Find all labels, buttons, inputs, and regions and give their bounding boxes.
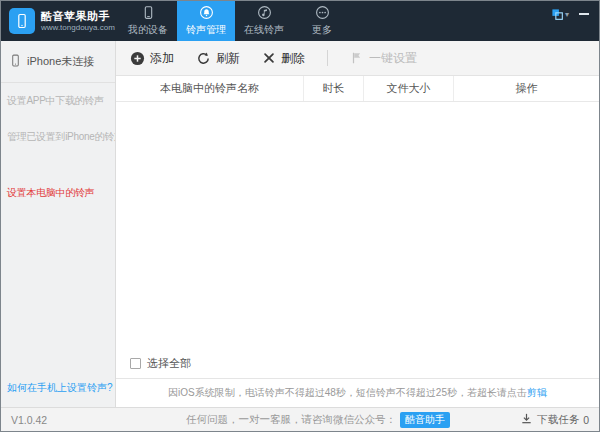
column-ringtone-name: 本电脑中的铃声名称	[116, 76, 304, 101]
app-brand: 酷音苹果助手 www.tongdouya.com	[1, 1, 119, 41]
skin-menu-button[interactable]: ▾	[551, 8, 569, 21]
chevron-down-icon: ▾	[565, 11, 569, 19]
select-all-label: 选择全部	[147, 356, 191, 371]
connection-status: iPhone未连接	[1, 41, 115, 83]
column-duration: 时长	[304, 76, 364, 101]
download-tasks-count: 0	[583, 414, 589, 426]
tab-label: 在线铃声	[244, 23, 284, 37]
window-controls: ▾	[551, 1, 599, 41]
one-click-setup-button[interactable]: 一键设置	[350, 50, 417, 67]
table-header: 本电脑中的铃声名称 时长 文件大小 操作	[116, 76, 599, 102]
download-tasks-button[interactable]: 下载任务 0	[520, 412, 589, 427]
add-button[interactable]: 添加	[130, 50, 174, 67]
more-circle-icon	[315, 5, 330, 20]
content-panel: 添加 刷新 删除	[116, 41, 599, 407]
skin-icon	[551, 8, 564, 21]
connection-status-label: iPhone未连接	[27, 54, 94, 69]
app-title: 酷音苹果助手	[41, 10, 115, 23]
support-message: 任何问题，一对一客服，请咨询微信公众号： 酷音助手	[116, 412, 520, 428]
refresh-icon	[196, 51, 211, 66]
select-all-checkbox[interactable]	[130, 358, 141, 369]
minimize-icon	[579, 13, 589, 15]
tab-label: 我的设备	[128, 23, 168, 37]
support-message-text: 任何问题，一对一客服，请咨询微信公众号：	[186, 413, 396, 427]
select-all-row: 选择全部	[116, 348, 599, 378]
tab-label: 更多	[312, 23, 332, 37]
x-icon	[262, 51, 276, 65]
tab-ringtone-manage[interactable]: 铃声管理	[177, 1, 235, 41]
tab-label: 铃声管理	[186, 23, 226, 37]
music-circle-icon	[257, 5, 272, 20]
refresh-button-label: 刷新	[216, 50, 240, 67]
delete-button-label: 删除	[281, 50, 305, 67]
iphone-icon	[9, 54, 22, 69]
version-label: V1.0.42	[11, 414, 116, 426]
tab-my-devices[interactable]: 我的设备	[119, 1, 177, 41]
column-operation: 操作	[454, 76, 599, 101]
help-link[interactable]: 如何在手机上设置铃声?	[1, 369, 115, 407]
app-logo-icon	[9, 8, 35, 34]
ios-limit-notice: 因iOS系统限制，电话铃声不得超过48秒，短信铃声不得超过25秒，若超长请点击剪…	[116, 378, 599, 407]
sidebar-item-app-downloaded-ringtones[interactable]: 设置APP中下载的铃声	[1, 83, 115, 119]
tab-more[interactable]: 更多	[293, 1, 351, 41]
tab-online-ringtones[interactable]: 在线铃声	[235, 1, 293, 41]
add-button-label: 添加	[150, 50, 174, 67]
sidebar-item-local-ringtones[interactable]: 设置本电脑中的铃声	[1, 175, 115, 211]
refresh-button[interactable]: 刷新	[196, 50, 240, 67]
notice-text: 因iOS系统限制，电话铃声不得超过48秒，短信铃声不得超过25秒，若超长请点击	[168, 387, 527, 398]
clip-link[interactable]: 剪辑	[527, 387, 547, 398]
main-nav: 我的设备 铃声管理 在线铃声 更多	[119, 1, 351, 41]
plus-circle-icon	[130, 51, 145, 66]
toolbar-separator	[327, 50, 328, 66]
phone-icon	[141, 5, 156, 20]
flag-icon	[350, 51, 364, 65]
column-file-size: 文件大小	[364, 76, 454, 101]
status-bar: V1.0.42 任何问题，一对一客服，请咨询微信公众号： 酷音助手 下载任务 0	[1, 407, 599, 431]
bell-circle-icon	[199, 5, 214, 20]
title-bar: 酷音苹果助手 www.tongdouya.com 我的设备 铃声管理	[1, 1, 599, 41]
app-window: 酷音苹果助手 www.tongdouya.com 我的设备 铃声管理	[0, 0, 600, 432]
one-click-setup-label: 一键设置	[369, 50, 417, 67]
sidebar-item-manage-iphone-ringtones[interactable]: 管理已设置到iPhone的铃声	[1, 119, 115, 155]
sidebar: iPhone未连接 设置APP中下载的铃声 管理已设置到iPhone的铃声 设置…	[1, 41, 116, 407]
ringtone-list-empty	[116, 102, 599, 348]
minimize-button[interactable]	[579, 8, 589, 15]
delete-button[interactable]: 删除	[262, 50, 305, 67]
wechat-badge[interactable]: 酷音助手	[400, 412, 450, 428]
main-area: iPhone未连接 设置APP中下载的铃声 管理已设置到iPhone的铃声 设置…	[1, 41, 599, 407]
app-website: www.tongdouya.com	[41, 23, 115, 32]
toolbar: 添加 刷新 删除	[116, 41, 599, 76]
download-tasks-label: 下载任务	[537, 413, 579, 427]
download-icon	[520, 412, 533, 427]
